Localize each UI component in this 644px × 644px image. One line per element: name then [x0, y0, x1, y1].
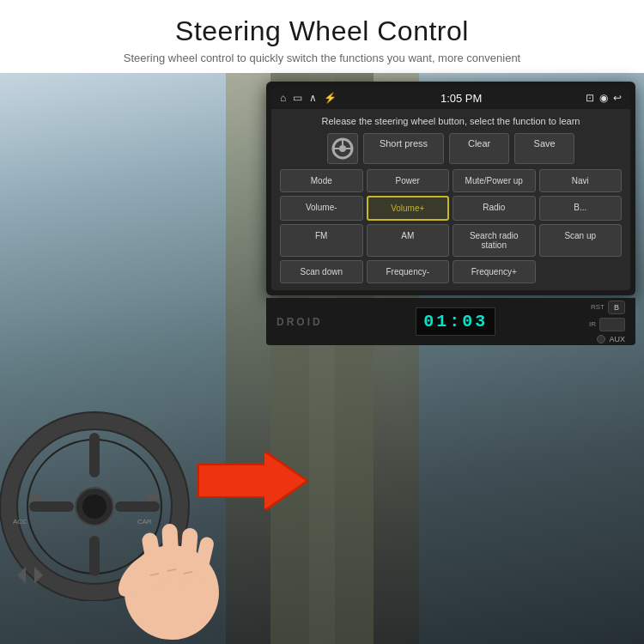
grid-buttons: Mode Power Mute/Power up Navi Volume- Vo…: [280, 169, 622, 283]
up-arrow-icon[interactable]: ∧: [309, 92, 317, 104]
frequency-plus-button[interactable]: Frequency+: [453, 260, 536, 283]
status-time: 1:05 PM: [440, 92, 482, 105]
location-icon[interactable]: ◉: [599, 92, 608, 104]
steering-wheel-container: ACC CAR: [0, 318, 223, 618]
page-wrapper: Steering Wheel Control Steering wheel co…: [0, 0, 644, 644]
radio-button[interactable]: Radio: [453, 196, 536, 221]
screen-bezel: ⌂ ▭ ∧ ⚡ 1:05 PM ⊡ ◉ ↩: [266, 82, 635, 295]
svg-rect-11: [30, 494, 42, 501]
screen-display: ⌂ ▭ ∧ ⚡ 1:05 PM ⊡ ◉ ↩: [271, 87, 630, 290]
hardware-unit: DROID 01:03 RST B IR AUX: [266, 298, 635, 345]
ir-slot: [599, 318, 625, 331]
mode-button[interactable]: Mode: [280, 169, 363, 192]
svg-rect-17: [161, 524, 180, 585]
save-button[interactable]: Save: [514, 133, 574, 164]
search-radio-button[interactable]: Search radio station: [453, 224, 536, 257]
status-bar: ⌂ ▭ ∧ ⚡ 1:05 PM ⊡ ◉ ↩: [271, 87, 630, 109]
red-arrow-svg: [197, 447, 309, 515]
frequency-minus-button[interactable]: Frequency-: [367, 260, 450, 283]
screen-content: Release the steering wheel button, selec…: [271, 109, 630, 290]
arrow-container: [197, 447, 318, 532]
content-area: ACC CAR: [0, 73, 644, 644]
volume-plus-button[interactable]: Volume+: [367, 196, 450, 221]
screen-icon[interactable]: ▭: [293, 92, 302, 104]
svg-marker-25: [199, 453, 306, 509]
header-section: Steering Wheel Control Steering wheel co…: [106, 0, 538, 73]
page-subtitle: Steering wheel control to quickly switch…: [124, 52, 520, 64]
svg-text:ACC: ACC: [13, 518, 27, 526]
status-icons-left: ⌂ ▭ ∧ ⚡: [280, 92, 337, 104]
clock-display: 01:03: [416, 307, 495, 336]
scan-up-button[interactable]: Scan up: [539, 224, 623, 257]
brand-text: DROID: [276, 316, 323, 328]
top-button-row: Short press Clear Save: [280, 133, 622, 164]
short-press-button[interactable]: Short press: [363, 133, 444, 164]
instruction-text: Release the steering wheel button, selec…: [280, 116, 622, 126]
steering-wheel-icon-btn[interactable]: [327, 133, 358, 164]
navi-button[interactable]: Navi: [539, 169, 623, 192]
home-icon[interactable]: ⌂: [280, 92, 286, 104]
aux-port: [597, 335, 605, 343]
rst-label: RST: [591, 303, 605, 311]
b-hw-button[interactable]: B: [608, 301, 625, 314]
scan-down-button[interactable]: Scan down: [280, 260, 363, 283]
clear-button[interactable]: Clear: [449, 133, 509, 164]
mute-power-button[interactable]: Mute/Power up: [453, 169, 536, 192]
ir-label: IR: [589, 320, 596, 328]
device-container: ⌂ ▭ ∧ ⚡ 1:05 PM ⊡ ◉ ↩: [266, 82, 635, 345]
page-title: Steering Wheel Control: [124, 15, 520, 47]
cast-icon[interactable]: ⊡: [586, 92, 594, 104]
fm-button[interactable]: FM: [280, 224, 363, 257]
b-button[interactable]: B...: [539, 196, 623, 221]
svg-point-27: [339, 145, 346, 152]
back-icon[interactable]: ↩: [613, 92, 622, 104]
power-button[interactable]: Power: [367, 169, 450, 192]
svg-marker-13: [17, 567, 26, 584]
volume-minus-button[interactable]: Volume-: [280, 196, 363, 221]
status-icons-right: ⊡ ◉ ↩: [586, 92, 622, 104]
am-button[interactable]: AM: [367, 224, 450, 257]
hardware-controls-right: RST B IR AUX: [589, 301, 625, 343]
usb-icon[interactable]: ⚡: [324, 92, 337, 104]
aux-label: AUX: [609, 335, 625, 343]
